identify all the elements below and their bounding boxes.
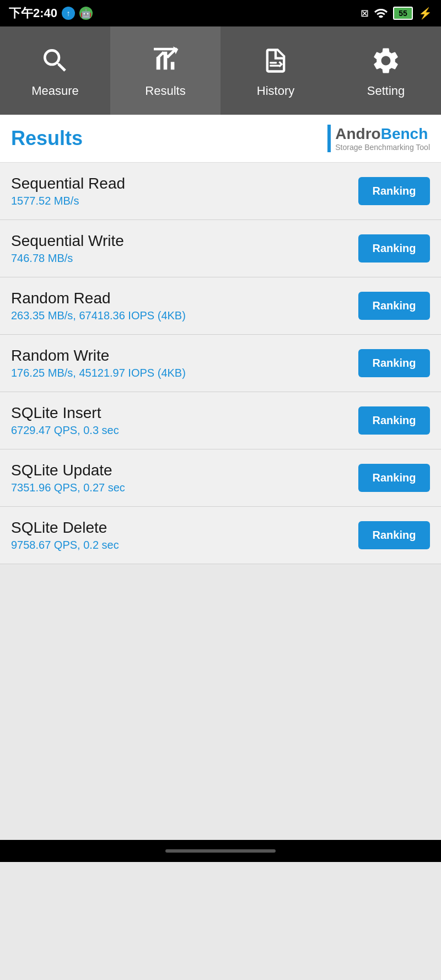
- brand-logo: AndroBench Storage Benchmarking Tool: [327, 125, 430, 152]
- benchmark-name: Random Read: [11, 290, 358, 307]
- svg-rect-1: [270, 62, 277, 63]
- benchmark-value: 176.25 MB/s, 45121.97 IOPS (4KB): [11, 367, 358, 379]
- svg-rect-2: [270, 65, 281, 67]
- table-row: SQLite Update7351.96 QPS, 0.27 secRankin…: [0, 449, 441, 507]
- benchmark-info: Sequential Write746.78 MB/s: [11, 232, 358, 265]
- status-right: ⊠ 55 ⚡: [361, 7, 432, 20]
- benchmark-info: Random Write176.25 MB/s, 45121.97 IOPS (…: [11, 347, 358, 379]
- benchmark-info: SQLite Insert6729.47 QPS, 0.3 sec: [11, 404, 358, 437]
- upload-icon: ↑: [62, 7, 75, 20]
- table-row: Sequential Write746.78 MB/sRanking: [0, 220, 441, 277]
- ranking-button[interactable]: Ranking: [358, 292, 430, 320]
- status-bar: 下午2:40 ↑ 🤖 ⊠ 55 ⚡: [0, 0, 441, 26]
- brand-name: AndroBench: [335, 125, 430, 143]
- tab-history-label: History: [257, 84, 294, 98]
- benchmark-name: Sequential Write: [11, 232, 358, 250]
- benchmark-value: 1577.52 MB/s: [11, 195, 358, 207]
- benchmark-name: SQLite Insert: [11, 404, 358, 422]
- search-icon: [37, 43, 73, 78]
- gear-icon: [368, 43, 404, 78]
- benchmark-info: SQLite Update7351.96 QPS, 0.27 sec: [11, 462, 358, 494]
- table-row: Sequential Read1577.52 MB/sRanking: [0, 163, 441, 220]
- wifi-icon: [374, 7, 388, 20]
- benchmark-list: Sequential Read1577.52 MB/sRankingSequen…: [0, 163, 441, 564]
- benchmark-value: 746.78 MB/s: [11, 252, 358, 265]
- table-row: SQLite Delete9758.67 QPS, 0.2 secRanking: [0, 507, 441, 564]
- nav-tabs: Measure Results History: [0, 26, 441, 115]
- brand-name-andro: Andro: [335, 125, 380, 142]
- brand-subtitle: Storage Benchmarking Tool: [335, 143, 430, 152]
- ranking-button[interactable]: Ranking: [358, 234, 430, 263]
- home-bar: [165, 849, 276, 853]
- table-row: SQLite Insert6729.47 QPS, 0.3 secRanking: [0, 392, 441, 449]
- results-header: Results AndroBench Storage Benchmarking …: [0, 115, 441, 163]
- page-title: Results: [11, 127, 83, 150]
- ranking-button[interactable]: Ranking: [358, 464, 430, 492]
- screen-record-icon: ⊠: [361, 7, 369, 19]
- brand-bar: [327, 125, 331, 152]
- ranking-button[interactable]: Ranking: [358, 521, 430, 549]
- benchmark-name: Sequential Read: [11, 175, 358, 192]
- document-icon: [258, 43, 293, 78]
- android-icon: 🤖: [79, 7, 93, 20]
- brand-name-bench: Bench: [381, 125, 428, 142]
- benchmark-value: 7351.96 QPS, 0.27 sec: [11, 481, 358, 494]
- benchmark-name: SQLite Update: [11, 462, 358, 479]
- benchmark-value: 263.35 MB/s, 67418.36 IOPS (4KB): [11, 309, 358, 322]
- benchmark-value: 6729.47 QPS, 0.3 sec: [11, 424, 358, 437]
- benchmark-info: SQLite Delete9758.67 QPS, 0.2 sec: [11, 519, 358, 551]
- tab-history[interactable]: History: [220, 26, 331, 115]
- charging-icon: ⚡: [418, 7, 432, 20]
- ranking-button[interactable]: Ranking: [358, 177, 430, 205]
- ranking-button[interactable]: Ranking: [358, 349, 430, 377]
- table-row: Random Write176.25 MB/s, 45121.97 IOPS (…: [0, 335, 441, 392]
- benchmark-name: Random Write: [11, 347, 358, 365]
- bottom-area: [0, 564, 441, 840]
- tab-setting-label: Setting: [367, 84, 405, 98]
- tab-results[interactable]: Results: [110, 26, 220, 115]
- home-indicator: [0, 840, 441, 862]
- battery-icon: 55: [393, 7, 413, 20]
- status-left: 下午2:40 ↑ 🤖: [9, 5, 93, 22]
- tab-measure-label: Measure: [31, 84, 79, 98]
- tab-results-label: Results: [145, 84, 185, 98]
- ranking-button[interactable]: Ranking: [358, 406, 430, 435]
- benchmark-info: Random Read263.35 MB/s, 67418.36 IOPS (4…: [11, 290, 358, 322]
- chart-icon: [148, 43, 183, 78]
- table-row: Random Read263.35 MB/s, 67418.36 IOPS (4…: [0, 277, 441, 335]
- brand-text: AndroBench Storage Benchmarking Tool: [335, 125, 430, 152]
- benchmark-name: SQLite Delete: [11, 519, 358, 537]
- benchmark-info: Sequential Read1577.52 MB/s: [11, 175, 358, 207]
- tab-setting[interactable]: Setting: [331, 26, 441, 115]
- benchmark-value: 9758.67 QPS, 0.2 sec: [11, 539, 358, 551]
- tab-measure[interactable]: Measure: [0, 26, 110, 115]
- status-time: 下午2:40: [9, 5, 57, 22]
